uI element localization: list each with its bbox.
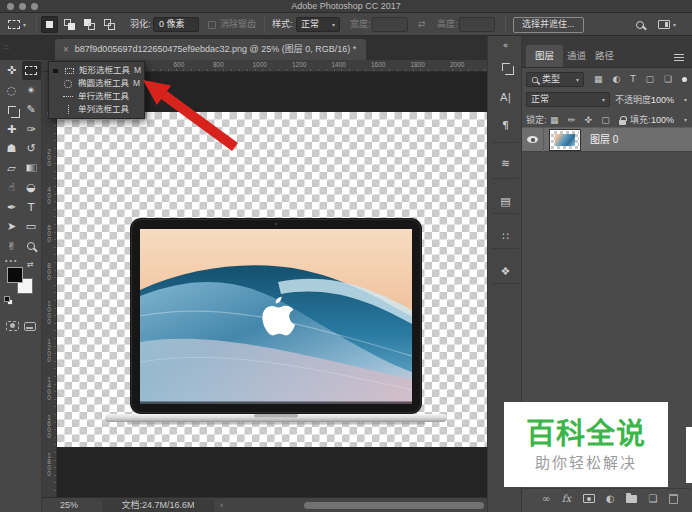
select-and-mask-button[interactable]: 选择并遮住... (513, 17, 584, 33)
chevron-down-icon[interactable]: ▾ (684, 117, 687, 123)
document-info-field[interactable]: 文档:24.7M/16.6M (102, 499, 214, 512)
type-tool[interactable]: T (22, 198, 41, 217)
filter-toggle[interactable] (682, 77, 687, 82)
zoom-window-button[interactable] (31, 3, 38, 10)
layer-name[interactable]: 图层 0 (590, 135, 618, 145)
lock-all[interactable] (619, 116, 626, 125)
properties-panel[interactable] (488, 54, 523, 80)
menu-item-single-column-marquee[interactable]: 单列选框工具 (49, 103, 144, 116)
close-tab-icon[interactable]: × (63, 45, 69, 55)
panel-menu-icon[interactable] (674, 57, 684, 59)
tab-paths[interactable]: 路径 (586, 45, 623, 67)
default-colors-icon[interactable] (4, 296, 13, 305)
filter-pixel-layers[interactable]: ▦ (594, 75, 603, 84)
collapse-panels[interactable]: « (488, 38, 523, 52)
add-to-selection-button[interactable] (61, 16, 78, 33)
menu-item-single-row-marquee[interactable]: 单行选框工具 (49, 90, 144, 103)
zoom-tool[interactable] (22, 237, 41, 256)
shapes-panel[interactable]: ❖ (488, 258, 523, 284)
crop-tool[interactable] (2, 100, 21, 119)
adjustment-layer-button[interactable]: ◐ (606, 494, 615, 504)
fill-value[interactable]: 100% (651, 116, 674, 125)
new-layer-button[interactable]: ❏ (649, 494, 658, 504)
antialias-checkbox[interactable] (208, 21, 216, 29)
add-layer-mask-button[interactable] (583, 494, 595, 503)
healing-brush-tool[interactable]: ✚ (2, 120, 21, 139)
lock-artboard[interactable]: ▢ (601, 116, 610, 125)
filter-adjustment-layers[interactable]: ◐ (612, 75, 620, 84)
feather-input[interactable]: 0 像素 (153, 17, 199, 32)
layer-comps-panel[interactable]: ≋ (488, 150, 523, 176)
layer-effects-button[interactable]: fx (562, 494, 571, 504)
lock-image-pixels[interactable]: ✏ (568, 116, 576, 125)
rectangular-marquee-tool[interactable] (22, 61, 41, 80)
active-tool-bullet (53, 69, 58, 73)
filter-type-layers[interactable]: T (630, 75, 636, 84)
filter-kind-select[interactable]: 类型 ▾ (526, 72, 584, 87)
tool-preset-picker[interactable]: ▾ (8, 13, 26, 36)
adjustment-layer-button-icon: ◐ (606, 494, 615, 504)
lock-transparent-pixels[interactable]: ▦ (550, 116, 559, 125)
eraser-tool[interactable]: ▱ (2, 159, 21, 178)
subtract-from-selection-button[interactable] (81, 16, 98, 33)
magic-wand-tool[interactable]: ✴ (22, 81, 41, 100)
opacity-value[interactable]: 100% (651, 96, 674, 105)
watermark-subtitle: 助你轻松解决 (535, 455, 637, 470)
quick-mask-button[interactable] (6, 318, 19, 334)
new-selection-button[interactable] (41, 16, 58, 33)
layer-visibility-toggle[interactable] (522, 127, 544, 152)
gradient-tool[interactable] (22, 159, 41, 178)
horizontal-scrollbar-thumb[interactable] (304, 502, 484, 509)
path-selection-tool[interactable]: ➤ (2, 217, 21, 236)
layer-thumbnail[interactable] (550, 130, 580, 150)
height-input[interactable] (459, 17, 495, 32)
paragraph-panel[interactable]: ¶ (488, 112, 523, 138)
lock-position[interactable]: ✜ (585, 116, 593, 125)
style-select[interactable]: 正常 ▾ (296, 17, 340, 32)
vertical-ruler[interactable]: 020040060080010001200140016001800 (42, 72, 57, 497)
intersect-selection-button[interactable] (101, 16, 118, 33)
swatches-panel[interactable]: ∷ (488, 223, 523, 249)
foreground-color-swatch[interactable] (7, 267, 23, 283)
pen-tool[interactable]: ✒ (2, 198, 21, 217)
move-tool[interactable]: ✜ (2, 61, 21, 80)
dodge-tool[interactable]: ◒ (22, 178, 41, 197)
edit-toolbar-dots[interactable]: ••• (5, 257, 18, 264)
smudge-tool[interactable]: ☝ (2, 178, 21, 197)
menu-item-elliptical-marquee[interactable]: 椭圆选框工具M (49, 77, 144, 90)
clone-stamp-tool[interactable]: ☗ (2, 139, 21, 158)
brush-tool[interactable]: ✑ (22, 120, 41, 139)
character-panel[interactable]: A| (488, 84, 523, 110)
link-layers-button[interactable]: ∞ (542, 494, 550, 504)
histogram-panel[interactable]: ▤ (488, 188, 523, 214)
swap-dimensions-icon[interactable]: ⇄ (418, 13, 426, 36)
eyedropper-tool[interactable]: ✎ (22, 100, 41, 119)
transparent-canvas[interactable] (57, 112, 487, 447)
zoom-level-field[interactable]: 25% (60, 501, 78, 510)
swap-colors-icon[interactable]: ⇄ (27, 261, 34, 269)
lasso-tool[interactable]: ◌ (2, 81, 21, 100)
width-input[interactable] (372, 17, 408, 32)
filter-smart-objects[interactable]: ❏ (664, 75, 672, 84)
antialias-checkbox-group[interactable]: 消除锯齿 (208, 13, 256, 36)
layer-row-selected[interactable]: 图层 0 (522, 127, 692, 152)
rectangle-tool[interactable]: ▭ (22, 217, 41, 236)
minimize-window-button[interactable] (19, 3, 26, 10)
canvas-viewport[interactable] (57, 72, 487, 497)
blend-mode-select[interactable]: 正常 ▾ (526, 92, 610, 107)
search-icon[interactable] (636, 21, 644, 29)
status-chevron-icon[interactable]: › (220, 501, 223, 510)
history-brush-tool[interactable]: ↺ (22, 139, 41, 158)
menu-item-rectangular-marquee[interactable]: 矩形选框工具M (49, 64, 144, 77)
screen-mode-button[interactable] (24, 318, 36, 334)
workspace-switcher[interactable]: ▾ (658, 13, 676, 36)
chevron-down-icon[interactable]: ▾ (684, 97, 687, 103)
delete-layer-button[interactable] (669, 494, 678, 504)
layer-group-button[interactable] (626, 495, 637, 503)
elliptical-marquee-icon (62, 80, 74, 88)
hand-tool[interactable]: ✌ (2, 237, 21, 256)
document-tab[interactable]: × b87f9d005697d122650475ef9ebdac32.png @… (55, 39, 366, 60)
close-window-button[interactable] (7, 3, 14, 10)
v-ruler-label: 1600 (45, 414, 52, 438)
filter-shape-layers[interactable]: ▢ (646, 75, 655, 84)
